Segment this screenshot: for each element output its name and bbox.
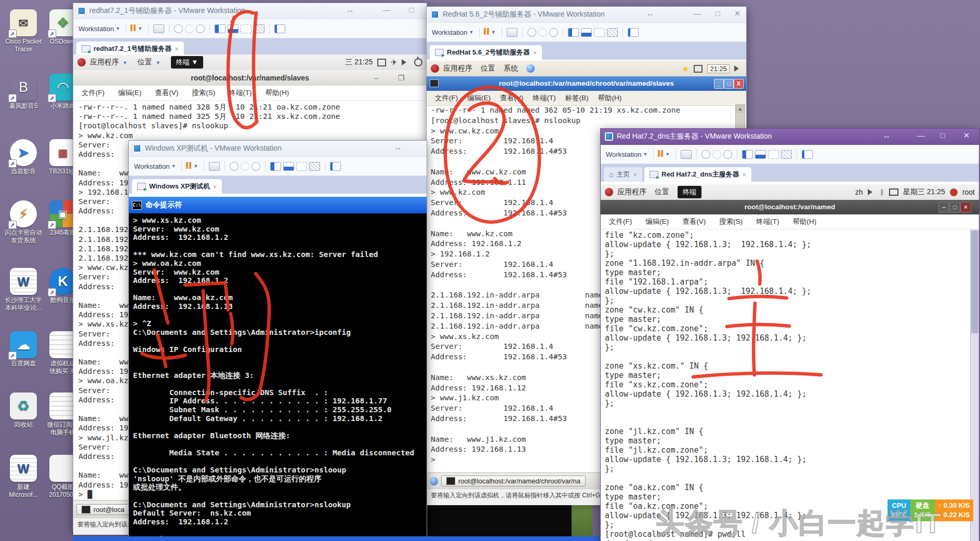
desktop-icon-baofeng[interactable]: B 暴风影音5 [4, 74, 43, 110]
take-snapshot-icon[interactable] [701, 150, 710, 159]
minimize-button[interactable]: — [913, 131, 929, 140]
maximize-button[interactable]: ❒ [393, 70, 409, 86]
revert-snapshot-icon[interactable] [185, 24, 194, 33]
terminal-app-menu[interactable]: 终端 [678, 186, 701, 198]
snapshot-manager-icon[interactable] [196, 24, 205, 33]
display-icon[interactable] [889, 188, 898, 196]
menu-help[interactable]: 帮助(H) [598, 93, 622, 103]
library-icon[interactable] [628, 28, 639, 37]
bluetooth-icon[interactable]: ᛒ [880, 188, 884, 196]
desktop-icon-new-word-doc[interactable]: W 新建 Microsof... [4, 455, 43, 499]
menu-file[interactable]: 文件(F) [609, 217, 632, 226]
tab-winxp-test[interactable]: Windows XP测试机 × [132, 179, 222, 194]
minimize-button[interactable]: – [938, 202, 949, 213]
show-desktop-icon[interactable] [430, 477, 438, 485]
unity-mode-icon[interactable] [254, 24, 264, 33]
scrollbar[interactable] [970, 229, 979, 541]
terminal-titlebar[interactable]: root@localhost:/var/named/slaves – ❒ [73, 70, 427, 86]
clock[interactable]: 三 21:25 [345, 58, 373, 67]
close-button[interactable]: × [960, 202, 971, 213]
snapshot-manager-icon[interactable] [723, 150, 732, 159]
fullscreen-icon[interactable] [296, 162, 307, 171]
unity-mode-icon[interactable] [781, 150, 792, 159]
menu-tabs[interactable]: 标签(B) [565, 93, 589, 103]
clock[interactable]: 星期三 21:25 [903, 187, 945, 197]
airplane-mode-icon[interactable]: ✈ [391, 58, 397, 66]
window-titlebar[interactable]: RedHat 5.6_2号辅助服务器 - VMware Workstation … [427, 7, 746, 23]
desktop-icon-xunlei[interactable]: ➤ 迅雷影音 [4, 139, 43, 175]
show-library-pane-icon[interactable] [568, 28, 579, 37]
clock[interactable]: 21:25 [707, 64, 730, 73]
workstation-menu[interactable]: Workstation [78, 25, 114, 33]
workstation-menu[interactable]: Workstation [134, 163, 169, 170]
console-view-icon[interactable] [228, 24, 239, 33]
system-menu[interactable]: 系统 [504, 64, 518, 73]
menu-terminal[interactable]: 终端(T) [756, 217, 779, 226]
maximize-button[interactable]: □ [404, 5, 419, 14]
volume-muted-icon[interactable] [402, 59, 409, 65]
volume-icon[interactable] [734, 65, 742, 72]
console-view-icon[interactable] [581, 28, 592, 37]
tab-redhat72-dns-master[interactable]: Red Hat7.2_dns主服务器 × [644, 167, 751, 182]
workstation-menu[interactable]: Workstation [432, 29, 467, 36]
library-icon[interactable] [330, 162, 341, 171]
fit-window-icon[interactable]: ↔ [879, 131, 894, 140]
library-icon[interactable] [274, 24, 285, 33]
unity-mode-icon[interactable] [309, 162, 320, 171]
desktop-icon-baidu-netdisk[interactable]: ☁ 百度网盘 [4, 331, 43, 368]
minimize-button[interactable]: – [368, 70, 384, 86]
close-button[interactable]: X [734, 79, 744, 89]
fullscreen-icon[interactable] [594, 28, 605, 37]
menu-view[interactable]: 查看(V) [682, 217, 706, 226]
revert-snapshot-icon[interactable] [712, 150, 721, 159]
take-snapshot-icon[interactable] [174, 24, 183, 33]
window-titlebar[interactable]: redhat7.2_1号辅助服务器 - VMware Workstation ↔… [73, 3, 427, 19]
applications-menu[interactable]: 应用程序 [617, 187, 646, 197]
window-titlebar[interactable]: Red Hat7.2_dns主服务器 - VMware Workstation … [601, 129, 979, 145]
volume-icon[interactable] [868, 189, 876, 195]
window-switcher-icon[interactable] [377, 59, 386, 66]
fullscreen-icon[interactable] [768, 150, 779, 159]
revert-snapshot-icon[interactable] [538, 28, 547, 37]
menu-search[interactable]: 搜索(S) [719, 217, 743, 226]
taskbar-item-terminal[interactable]: root@localhost:/var/named/chroot/var/na [441, 476, 586, 486]
cmd-output[interactable]: > www.xs.kz.comServer: www.kz.comAddress… [129, 213, 427, 541]
browser-globe-icon[interactable] [526, 64, 535, 73]
pause-vm-button[interactable] [483, 28, 489, 36]
minimize-button[interactable]: _ [714, 79, 724, 89]
close-tab-icon[interactable]: × [633, 171, 637, 179]
menu-file[interactable]: 文件(F) [435, 93, 458, 103]
username[interactable]: root [962, 188, 975, 196]
maximize-button[interactable]: □ [710, 9, 725, 18]
unity-mode-icon[interactable] [607, 28, 618, 37]
close-button[interactable]: ✕ [730, 9, 745, 18]
show-library-pane-icon[interactable] [270, 162, 281, 171]
redhat-menu-icon[interactable] [605, 188, 613, 196]
power-icon[interactable] [414, 58, 422, 66]
redhat-menu-icon[interactable] [431, 64, 439, 73]
places-menu[interactable]: 位置 [655, 187, 669, 197]
console-view-icon[interactable] [283, 162, 294, 171]
input-language-indicator[interactable]: zh [855, 188, 863, 196]
menu-view[interactable]: 查看(V) [500, 93, 523, 103]
menu-search[interactable]: 搜索(S) [192, 88, 215, 98]
show-library-pane-icon[interactable] [215, 24, 226, 33]
terminal-app-menu[interactable]: 终端 ▼ [171, 56, 203, 69]
snapshot-manager-icon[interactable] [251, 162, 260, 171]
star-icon[interactable]: ★ [682, 64, 689, 74]
workstation-menu[interactable]: Workstation [606, 151, 641, 158]
pause-vm-button[interactable] [657, 150, 664, 158]
fit-window-icon[interactable]: ↔ [390, 143, 406, 152]
close-tab-icon[interactable]: × [743, 171, 747, 179]
close-tab-icon[interactable]: × [533, 49, 537, 57]
send-ctrl-alt-del-icon[interactable] [681, 150, 692, 159]
tab-home[interactable]: ⌂ 主页 × [604, 167, 642, 182]
desktop-icon-thesis-doc[interactable]: W 长沙理工大学 本科毕业论... [4, 268, 43, 312]
menu-file[interactable]: 文件(F) [82, 88, 104, 98]
pause-vm-button[interactable] [186, 162, 192, 170]
send-ctrl-alt-del-icon[interactable] [153, 24, 164, 33]
menu-edit[interactable]: 编辑(E) [645, 217, 669, 226]
close-tab-icon[interactable]: × [213, 183, 217, 191]
take-snapshot-icon[interactable] [230, 162, 239, 171]
menu-edit[interactable]: 编辑(E) [467, 93, 491, 103]
